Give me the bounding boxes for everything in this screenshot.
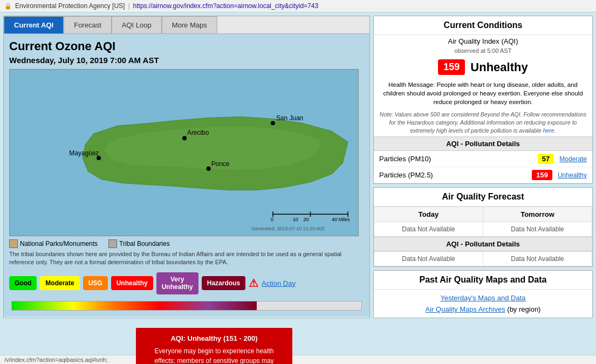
forecast-pollutant-header: AQI - Pollutant Details [374,237,592,251]
pollutant-pm25-badge: 159 [532,170,552,180]
pollutant-row-pm10: Particles (PM10) 57 Moderate [374,151,592,167]
legend-national-label: National Parks/Monuments [20,240,98,248]
forecast-pollutant-table: Data Not Available Data Not Available [374,251,592,266]
progress-bar-inner [12,301,257,310]
url-bar: https://airnow.gov/index.cfm?action=airn… [133,2,319,10]
action-day-link[interactable]: Action Day [262,279,296,287]
svg-point-9 [207,167,211,171]
aqi-hazardous-button[interactable]: Hazardous [202,276,245,290]
pollutant-row-pm25: Particles (PM2.5) 159 Unhealthy [374,167,592,183]
map-title: Current Ozone AQI [9,39,364,53]
pollutant-pm10-right: 57 Moderate [538,154,587,164]
yesterday-maps-link[interactable]: Yesterday's Maps and Data [440,294,525,302]
tab-forecast[interactable]: Forecast [64,16,112,33]
pollutant-details-header: AQI - Pollutant Details [374,136,592,151]
svg-text:0: 0 [271,217,273,222]
aqi-label-text: Unhealthy [470,60,528,74]
past-air-quality-links: Yesterday's Maps and Data Air Quality Ma… [374,290,592,318]
tab-bar: Current AQI Forecast AQI Loop More Maps [4,16,369,34]
forecast-col-today: Today [374,207,483,222]
exclamation-icon: ⚠ [249,277,258,290]
legend-tribal-box [108,239,117,248]
past-air-quality-section: Past Air Quality Maps and Data Yesterday… [373,270,593,318]
legend-national-box [9,239,18,248]
lock-icon: 🔒 [4,3,12,10]
current-conditions-section: Current Conditions Air Quality Index (AQ… [373,16,593,184]
map-subtitle: Wednesday, July 10, 2019 7:00 AM AST [9,56,364,65]
aqi-very-unhealthy-button[interactable]: VeryUnhealthy [156,272,198,294]
aqi-note: Note: Values above 500 are considered Be… [374,108,592,136]
forecast-pollutant-tomorrow: Data Not Available [483,252,592,266]
archives-line: Air Quality Maps Archives (by region) [426,305,541,313]
svg-text:Ponce: Ponce [211,160,230,168]
browser-bar: 🔒 Environmental Protection Agency [US] |… [0,0,596,12]
svg-text:San Juan: San Juan [276,114,303,122]
aqi-color-bar: Good Moderate USG Unhealthy VeryUnhealth… [9,272,364,297]
tab-more-maps[interactable]: More Maps [162,16,217,33]
svg-text:Mayagüez: Mayagüez [69,149,99,157]
svg-text:10: 10 [293,217,298,222]
progress-area [9,300,364,312]
aqi-number-badge: 159 [438,59,465,75]
aqi-value-row: 159 Unhealthy [374,56,592,78]
tab-current-aqi[interactable]: Current AQI [4,16,64,33]
archives-suffix: (by region) [507,305,540,313]
pollutant-pm25-link[interactable]: Unhealthy [558,171,587,179]
pollutant-pm10-link[interactable]: Moderate [559,155,587,163]
forecast-col-tomorrow: Tomorrow [483,207,592,222]
health-message: Health Message: People with heart or lun… [374,78,592,108]
svg-text:20: 20 [304,217,309,222]
aqi-note-link[interactable]: here [543,127,554,134]
forecast-row-1: Data Not Available Data Not Available [374,222,592,237]
forecast-section: Air Quality Forecast Today Tomorrow Data… [373,187,593,267]
separator: | [128,2,129,10]
pollutant-pm25-name: Particles (PM2.5) [379,171,433,179]
map-area: Current Ozone AQI Wednesday, July 10, 20… [4,34,369,317]
aqi-index-title: Air Quality Index (AQI) [374,35,592,45]
tab-aqi-loop[interactable]: AQI Loop [112,16,162,33]
svg-point-5 [271,121,275,125]
pollutant-pm10-name: Particles (PM10) [379,155,431,163]
svg-text:40 Miles: 40 Miles [332,217,350,222]
legend-tribal-label: Tribal Boundaries [119,240,170,248]
forecast-today-1: Data Not Available [374,222,483,237]
aqi-unhealthy-button[interactable]: Unhealthy [111,276,153,290]
forecast-header: Air Quality Forecast [374,188,592,207]
aqi-observed: observed at 5:00 AST [374,45,592,56]
svg-text:Arecibo: Arecibo [187,129,209,136]
aqi-good-button[interactable]: Good [9,276,37,290]
forecast-table: Today Tomorrow Data Not Available Data N… [374,207,592,237]
main-wrapper: Current AQI Forecast AQI Loop More Maps … [0,12,596,321]
right-panel: Current Conditions Air Quality Index (AQ… [373,16,593,318]
aqi-moderate-button[interactable]: Moderate [40,276,79,290]
past-air-quality-header: Past Air Quality Maps and Data [374,271,592,290]
svg-text:Generated: 2019-07-10 11:20:40: Generated: 2019-07-10 11:20:40Z [251,226,325,231]
map-legend: National Parks/Monuments Tribal Boundari… [9,239,364,248]
forecast-pollutant-row: Data Not Available Data Not Available [374,252,592,266]
pollutant-pm25-right: 159 Unhealthy [532,170,587,180]
archives-link[interactable]: Air Quality Maps Archives [426,305,505,313]
svg-point-3 [182,136,187,140]
aqi-usg-button[interactable]: USG [83,276,108,290]
legend-tribal: Tribal Boundaries [108,239,170,248]
progress-bar-outer [11,301,362,311]
map-image: Arecibo San Juan Mayagüez Ponce 0 10 20 [9,69,359,236]
pollutant-pm10-badge: 57 [538,154,554,164]
legend-national-parks: National Parks/Monuments [9,239,98,248]
map-svg: Arecibo San Juan Mayagüez Ponce 0 10 20 [10,70,358,236]
forecast-pollutant-today: Data Not Available [374,252,483,266]
current-conditions-header: Current Conditions [374,16,592,35]
agency-label: Environmental Protection Agency [US] [15,2,125,10]
map-note: The tribal boundaries shown here are pro… [9,250,364,267]
left-panel: Current AQI Forecast AQI Loop More Maps … [3,16,370,318]
forecast-tomorrow-1: Data Not Available [483,222,592,237]
